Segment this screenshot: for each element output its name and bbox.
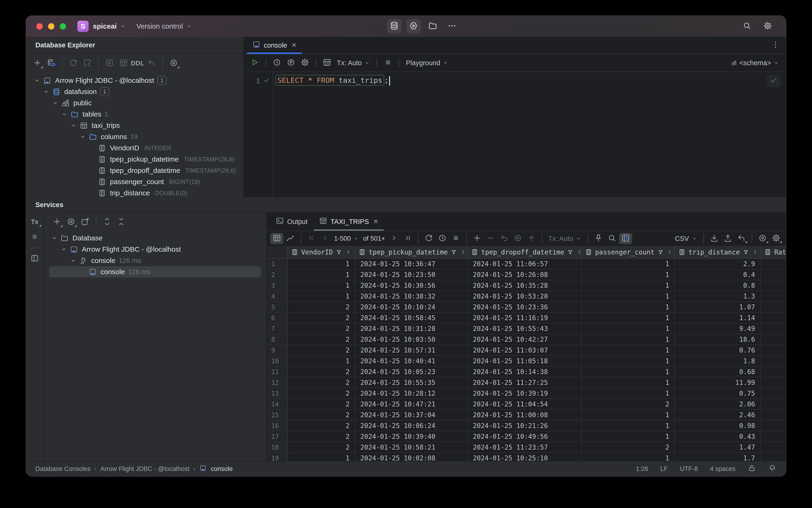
cell[interactable]: 2	[287, 388, 355, 398]
tree-item-datafusion[interactable]: datafusion1	[26, 86, 243, 97]
cell[interactable]: 1	[582, 453, 675, 461]
browse-tables-button[interactable]	[320, 57, 333, 69]
cell[interactable]: 2024-01-25 10:42:27	[468, 334, 582, 344]
schema-select[interactable]: <schema>	[728, 59, 782, 67]
chevron-down-icon[interactable]	[79, 133, 87, 140]
cell[interactable]	[761, 324, 786, 334]
cell[interactable]: 2024-01-25 11:00:08	[468, 410, 582, 420]
tab-output[interactable]: Output	[270, 213, 313, 230]
row-number[interactable]: 4	[267, 291, 287, 301]
cell[interactable]	[761, 442, 786, 453]
cell[interactable]: 1	[582, 313, 675, 323]
cell[interactable]: 2024-01-25 10:55:43	[468, 324, 582, 334]
zoom-window-button[interactable]	[60, 23, 66, 30]
cell[interactable]: 2024-01-25 10:31:28	[355, 324, 468, 334]
cell[interactable]: 2	[582, 399, 675, 409]
project-menu[interactable]: spiceai	[93, 22, 126, 30]
cell[interactable]	[761, 421, 786, 431]
cell[interactable]: 1	[582, 280, 675, 291]
undo-button[interactable]	[498, 233, 511, 244]
tree-item-vendorid[interactable]: VendorIDINTEGER	[26, 142, 243, 154]
filter-icon[interactable]	[657, 249, 664, 255]
chevron-down-icon[interactable]	[51, 99, 59, 107]
settings-gear-icon[interactable]	[763, 21, 772, 32]
cell[interactable]: 2024-01-25 10:30:56	[355, 280, 468, 291]
tab-options-button[interactable]	[771, 37, 786, 54]
cell[interactable]: 1	[582, 356, 675, 366]
add-row-button[interactable]	[470, 233, 484, 244]
stop-icon[interactable]	[30, 232, 39, 242]
more-actions-button[interactable]	[445, 19, 459, 34]
cell[interactable]	[761, 259, 786, 269]
column-header-tpep-pickup-datetime[interactable]: tpep_pickup_datetime	[355, 246, 468, 258]
tx-mode-select[interactable]: Tx: Auto	[546, 235, 584, 243]
tree-item-arrow-flight-jdbc-localhost[interactable]: Arrow Flight JDBC - @localhost	[44, 244, 266, 255]
sort-icon[interactable]	[667, 249, 673, 255]
cell[interactable]: 1.3	[675, 291, 761, 301]
cell[interactable]	[761, 453, 786, 461]
cell[interactable]: 0.98	[675, 421, 761, 431]
cell[interactable]: 2024-01-25 11:05:18	[468, 356, 582, 366]
next-page-button[interactable]	[388, 233, 401, 244]
import-button[interactable]	[708, 233, 721, 244]
cell[interactable]: 2	[287, 313, 355, 323]
jump-to-ddl-button[interactable]	[145, 57, 158, 70]
tree-item-arrow-flight-jdbc-localhost[interactable]: Arrow Flight JDBC - @localhost1	[26, 75, 243, 86]
minimize-window-button[interactable]	[48, 23, 54, 30]
cell[interactable]: 1	[582, 269, 675, 280]
filter-icon[interactable]	[742, 249, 749, 255]
cell[interactable]: 0.68	[675, 367, 761, 377]
tree-item-taxi-trips[interactable]: taxi_trips	[26, 120, 243, 131]
query-history-button[interactable]	[270, 57, 283, 69]
cell[interactable]: 2024-01-25 10:05:23	[355, 367, 468, 377]
tree-item-passenger-count[interactable]: passenger_countBIGINT(19)	[26, 176, 243, 187]
cell[interactable]: 2	[287, 324, 355, 334]
cell[interactable]: 2024-01-25 10:39:19	[468, 388, 582, 398]
cell[interactable]	[761, 334, 786, 344]
cell[interactable]: 2024-01-25 10:55:35	[355, 377, 468, 388]
cell[interactable]: 2.9	[675, 259, 761, 269]
cell[interactable]: 2024-01-25 10:49:56	[468, 431, 582, 441]
cell[interactable]	[761, 302, 786, 312]
notifications-bell-icon[interactable]	[768, 464, 777, 474]
cell[interactable]	[761, 367, 786, 377]
cell[interactable]: 2024-01-25 10:06:24	[355, 421, 468, 431]
cell[interactable]: 2024-01-25 11:16:19	[468, 313, 582, 323]
database-tool-button[interactable]	[387, 19, 402, 34]
close-window-button[interactable]	[36, 23, 43, 30]
chevron-down-icon[interactable]	[70, 122, 78, 129]
view-options-button[interactable]	[64, 216, 78, 228]
pin-tab-button[interactable]	[592, 233, 605, 244]
cell[interactable]: 0.43	[675, 431, 761, 441]
indent-setting[interactable]: 4 spaces	[710, 465, 735, 473]
cell[interactable]: 18.6	[675, 334, 761, 344]
cell[interactable]: 1	[582, 388, 675, 398]
cell[interactable]: 2024-01-25 10:47:21	[355, 399, 468, 409]
cell[interactable]: 2024-01-25 10:26:08	[468, 269, 582, 280]
playground-select[interactable]: Playground	[403, 59, 451, 67]
cell[interactable]: 1.14	[675, 313, 761, 323]
chevron-down-icon[interactable]	[60, 111, 69, 118]
chevron-down-icon[interactable]	[69, 257, 77, 264]
tree-item-tables[interactable]: tables1	[26, 109, 243, 120]
cell[interactable]: 1	[582, 302, 675, 312]
cell[interactable]: 0.75	[675, 388, 761, 398]
cell[interactable]: 2024-01-25 11:06:57	[468, 259, 582, 269]
cell[interactable]: 2024-01-25 11:27:25	[468, 377, 582, 388]
cell[interactable]	[761, 388, 786, 398]
previous-page-button[interactable]	[319, 233, 332, 244]
submit-button[interactable]	[525, 233, 538, 244]
cell[interactable]: 1	[287, 269, 355, 280]
sql-editor-line[interactable]: SELECT * FROM taxi_trips;	[273, 72, 786, 197]
row-number[interactable]: 7	[267, 324, 287, 334]
cell[interactable]: 0.4	[675, 269, 761, 280]
cell[interactable]: 2024-01-25 11:03:07	[468, 345, 582, 355]
tree-item-tpep-pickup-datetime[interactable]: tpep_pickup_datetimeTIMESTAMP(26,6)	[26, 154, 243, 165]
grid-settings-button[interactable]	[770, 233, 783, 244]
cell[interactable]: 2	[287, 421, 355, 431]
cell[interactable]	[761, 291, 786, 301]
scope-view-button[interactable]	[167, 57, 180, 70]
filter-icon[interactable]	[336, 249, 342, 255]
cell[interactable]: 1	[582, 431, 675, 441]
caret-position[interactable]: 1:26	[636, 465, 648, 473]
